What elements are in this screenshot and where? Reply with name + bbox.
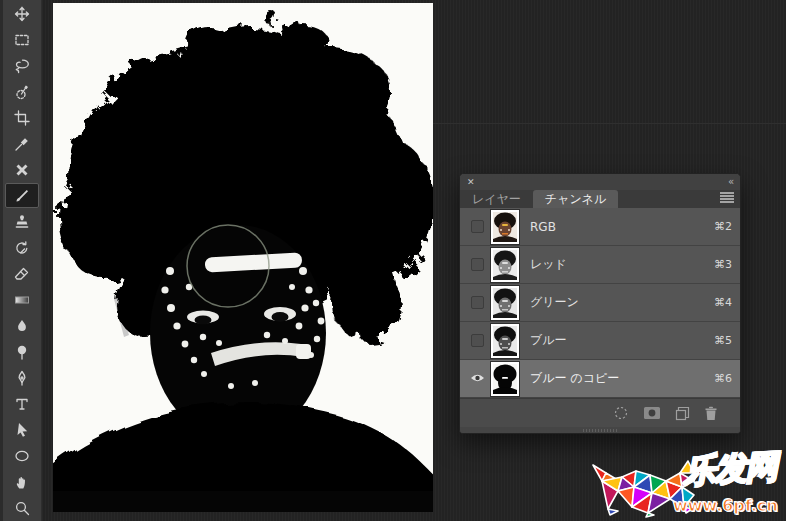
blur-icon (13, 317, 31, 335)
visibility-toggle[interactable] (466, 372, 488, 386)
channel-name: RGB (530, 220, 556, 234)
gradient-tool[interactable] (5, 287, 39, 312)
marquee-icon (13, 31, 31, 49)
close-icon[interactable]: ✕ (467, 178, 475, 187)
channel-name: グリーン (530, 294, 579, 311)
move-icon (13, 5, 31, 23)
tab-layers[interactable]: レイヤー (460, 190, 533, 208)
dodge-tool[interactable] (5, 339, 39, 364)
visibility-empty-box (471, 296, 484, 309)
type-tool[interactable] (5, 391, 39, 416)
crop-icon (13, 109, 31, 127)
path-selection-tool[interactable] (5, 417, 39, 442)
channel-row-blue[interactable]: ブルー ⌘5 (460, 322, 740, 360)
channel-thumbnail-red (491, 248, 519, 282)
panel-tab-bar: レイヤー チャンネル (460, 190, 740, 208)
hand-icon (13, 473, 31, 491)
tool-palette (0, 0, 42, 521)
zoom-tool[interactable] (5, 495, 39, 520)
dodge-icon (13, 343, 31, 361)
channel-shortcut: ⌘5 (714, 334, 732, 347)
panel-resize-grip[interactable] (460, 427, 740, 433)
marquee-tool[interactable] (5, 27, 39, 52)
watermark-site-url: www.6pf.cn (673, 496, 778, 515)
channels-panel: ✕ « レイヤー チャンネル RGB ⌘2 (459, 173, 741, 434)
spot-healing-brush-tool[interactable] (5, 157, 39, 182)
channel-thumbnail-blue-copy (491, 362, 519, 396)
panel-menu-button[interactable] (714, 190, 740, 208)
eraser-tool[interactable] (5, 261, 39, 286)
channel-name: ブルー (530, 332, 567, 349)
quick-selection-icon (13, 83, 31, 101)
photoshop-workspace: ✕ « レイヤー チャンネル RGB ⌘2 (0, 0, 786, 521)
brush-icon (13, 187, 31, 205)
pen-icon (13, 369, 31, 387)
gradient-icon (13, 291, 31, 309)
zoom-icon (13, 499, 31, 517)
channel-row-blue-copy[interactable]: ブルー のコピー ⌘6 (460, 360, 740, 398)
spot-healing-icon (13, 161, 31, 179)
pen-tool[interactable] (5, 365, 39, 390)
visibility-empty-box (471, 220, 484, 233)
history-brush-tool[interactable] (5, 235, 39, 260)
history-brush-icon (13, 239, 31, 257)
lasso-icon (13, 57, 31, 75)
lasso-tool[interactable] (5, 53, 39, 78)
channel-row-rgb[interactable]: RGB ⌘2 (460, 208, 740, 246)
panel-titlebar[interactable]: ✕ « (460, 174, 740, 190)
document-canvas[interactable] (53, 3, 433, 512)
channel-list: RGB ⌘2 レッド ⌘3 グリーン ⌘4 (460, 208, 740, 398)
panel-footer (460, 398, 740, 427)
eraser-icon (13, 265, 31, 283)
brush-tool[interactable] (5, 183, 39, 208)
grip-lines (583, 429, 617, 432)
visibility-toggle[interactable] (466, 334, 488, 347)
portrait-artwork (53, 3, 433, 512)
channel-name: レッド (530, 256, 567, 273)
clone-stamp-icon (13, 213, 31, 231)
channel-thumbnail-rgb (491, 210, 519, 244)
visibility-empty-box (471, 258, 484, 271)
load-selection-button[interactable] (613, 405, 629, 421)
crop-tool[interactable] (5, 105, 39, 130)
eyedropper-tool[interactable] (5, 131, 39, 156)
move-tool[interactable] (5, 1, 39, 26)
channel-shortcut: ⌘2 (714, 220, 732, 233)
channel-thumbnail-green (491, 286, 519, 320)
clone-stamp-tool[interactable] (5, 209, 39, 234)
background-divider (433, 123, 786, 124)
channel-shortcut: ⌘3 (714, 258, 732, 271)
channel-thumbnail-blue (491, 324, 519, 358)
save-selection-as-channel-button[interactable] (643, 406, 661, 420)
create-new-channel-button[interactable] (675, 406, 690, 421)
watermark: 乐发网 www.6pf.cn (588, 451, 786, 521)
hand-tool[interactable] (5, 469, 39, 494)
visibility-toggle[interactable] (466, 296, 488, 309)
delete-channel-button[interactable] (704, 406, 718, 421)
blur-tool[interactable] (5, 313, 39, 338)
visibility-empty-box (471, 334, 484, 347)
type-icon (13, 395, 31, 413)
visibility-toggle[interactable] (466, 220, 488, 233)
channel-name: ブルー のコピー (530, 370, 619, 387)
visibility-toggle[interactable] (466, 258, 488, 271)
eyedropper-icon (13, 135, 31, 153)
channel-shortcut: ⌘6 (714, 372, 732, 385)
tab-spacer (618, 190, 714, 208)
watermark-site-name: 乐发网 (682, 445, 777, 495)
ellipse-shape-tool[interactable] (5, 443, 39, 468)
ellipse-icon (13, 447, 31, 465)
channel-shortcut: ⌘4 (714, 296, 732, 309)
tab-channels[interactable]: チャンネル (533, 190, 618, 208)
channel-row-green[interactable]: グリーン ⌘4 (460, 284, 740, 322)
hamburger-icon (720, 192, 734, 206)
collapse-icon[interactable]: « (728, 177, 733, 187)
channel-row-red[interactable]: レッド ⌘3 (460, 246, 740, 284)
path-selection-icon (13, 421, 31, 439)
quick-selection-tool[interactable] (5, 79, 39, 104)
eye-icon (470, 372, 485, 386)
